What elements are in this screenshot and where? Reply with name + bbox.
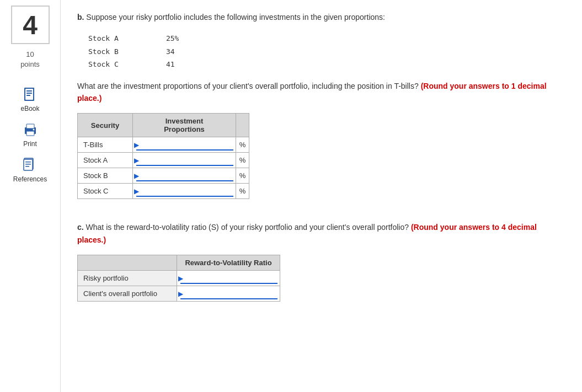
points-value: 10 (26, 50, 34, 58)
table-row: Stock A ▶ % (78, 153, 249, 168)
stock-c-arrow: ▶ (134, 187, 139, 195)
svg-point-8 (33, 129, 34, 131)
stock-c-unit: % (236, 184, 249, 199)
part-b-label: b. (77, 13, 84, 22)
svg-rect-6 (26, 124, 34, 128)
security-stock-c: Stock C (78, 184, 133, 199)
security-stock-a: Stock A (78, 153, 133, 168)
stock-a-unit: % (236, 153, 249, 168)
main-content: b. Suppose your risky portfolio includes… (61, 0, 582, 392)
table-row: Stock C ▶ % (78, 184, 249, 199)
part-c-body: What is the reward-to-volatility ratio (… (86, 223, 411, 232)
security-stock-b: Stock B (78, 168, 133, 184)
stock-c-input-cell: ▶ (133, 184, 236, 199)
sidebar-ebook-tool[interactable]: eBook (20, 86, 39, 112)
stock-c-row: Stock C 41 (88, 58, 565, 71)
svg-rect-3 (26, 93, 32, 94)
part-b-text: b. Suppose your risky portfolio includes… (77, 11, 385, 23)
stock-a-input[interactable] (136, 154, 233, 166)
svg-rect-2 (26, 90, 32, 92)
stock-data-display: Stock A 25% Stock B 34 Stock C 41 (88, 32, 565, 71)
risky-portfolio-input[interactable] (180, 272, 277, 284)
instruction-text: What are the investment proportions of y… (77, 80, 565, 105)
sidebar: 4 10 points eBook (0, 0, 61, 392)
rtv-table-header-blank (78, 255, 177, 271)
tbills-input-cell: ▶ (133, 137, 236, 153)
stock-a-value: 25% (166, 34, 179, 42)
inv-table-header-unit (236, 114, 249, 137)
rtv-client-input-cell: ▶ (177, 286, 280, 302)
table-row: Stock B ▶ % (78, 168, 249, 184)
stock-a-input-cell: ▶ (133, 153, 236, 168)
table-row: Risky portfolio ▶ (78, 271, 280, 286)
stock-b-row: Stock B 34 (88, 45, 565, 58)
part-b-body: Suppose your risky portfolio includes th… (86, 13, 385, 22)
stock-c-value: 41 (166, 60, 175, 68)
table-row: T-Bills ▶ % (78, 137, 249, 153)
references-label: References (13, 175, 47, 183)
tbills-unit: % (236, 137, 249, 153)
stock-b-input-cell: ▶ (133, 168, 236, 184)
ebook-label: eBook (20, 105, 39, 112)
inv-table-header-proportions: InvestmentProportions (133, 114, 236, 137)
tbills-arrow: ▶ (134, 141, 139, 149)
svg-rect-4 (26, 95, 30, 96)
stock-a-arrow: ▶ (134, 157, 139, 164)
risky-arrow: ▶ (178, 275, 183, 282)
client-arrow: ▶ (178, 290, 183, 298)
svg-rect-13 (24, 159, 33, 170)
question-part-b-header: b. Suppose your risky portfolio includes… (77, 11, 565, 23)
references-icon (22, 157, 39, 173)
sidebar-tools: eBook Print (13, 86, 47, 183)
reward-volatility-table: Reward-to-Volatility Ratio Risky portfol… (77, 255, 280, 302)
points-label: points (20, 60, 40, 68)
part-c-label: c. (77, 223, 84, 232)
client-portfolio-input[interactable] (180, 288, 277, 299)
sidebar-references-tool[interactable]: References (13, 157, 47, 183)
rtv-risky-label: Risky portfolio (78, 271, 177, 286)
security-tbills: T-Bills (78, 137, 133, 153)
stock-c-input[interactable] (136, 185, 233, 197)
stock-b-input[interactable] (136, 170, 233, 181)
investment-proportions-table: Security InvestmentProportions T-Bills ▶… (77, 113, 249, 199)
question-number-box: 4 (11, 6, 50, 44)
table-row: Client's overall portfolio ▶ (78, 286, 280, 302)
section-c: c. What is the reward-to-volatility rati… (77, 221, 565, 302)
rtv-risky-input-cell: ▶ (177, 271, 280, 286)
svg-rect-7 (26, 131, 34, 136)
part-c-text: c. What is the reward-to-volatility rati… (77, 221, 565, 246)
print-label: Print (23, 140, 37, 148)
stock-b-value: 34 (166, 47, 175, 56)
rtv-client-label: Client's overall portfolio (78, 286, 177, 302)
svg-rect-15 (25, 164, 31, 165)
print-icon (22, 121, 39, 138)
rtv-table-header-ratio: Reward-to-Volatility Ratio (177, 255, 280, 271)
points-display: 10 points (20, 50, 40, 69)
inv-table-header-security: Security (78, 114, 133, 137)
ebook-icon (22, 86, 39, 103)
question-number: 4 (23, 10, 38, 40)
svg-rect-16 (25, 166, 29, 167)
sidebar-print-tool[interactable]: Print (22, 121, 39, 148)
svg-rect-14 (25, 162, 31, 163)
tbills-input[interactable] (136, 139, 233, 151)
stock-a-row: Stock A 25% (88, 32, 565, 45)
stock-b-unit: % (236, 168, 249, 184)
stock-b-arrow: ▶ (134, 172, 139, 180)
